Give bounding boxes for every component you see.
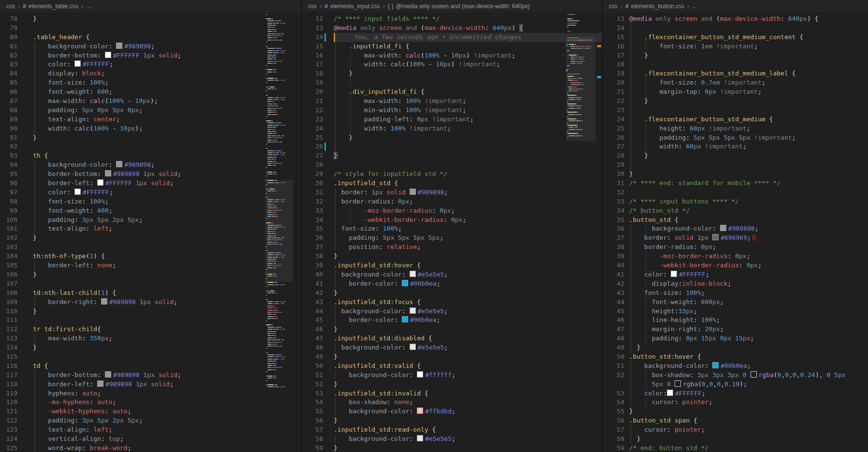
line-number[interactable]: 20 <box>603 78 624 87</box>
line-number[interactable]: 121 <box>0 407 17 416</box>
color-swatch[interactable] <box>720 225 726 231</box>
code-line[interactable]: 29 <box>603 160 868 170</box>
breadcrumb[interactable]: css›#elements_input.css›{ }@media only s… <box>302 0 603 12</box>
line-number[interactable]: 56 <box>603 416 624 425</box>
code-line[interactable]: 119 hyphens: auto; <box>0 389 301 398</box>
line-number[interactable]: 22 <box>603 97 624 106</box>
code-line[interactable]: 49} <box>302 352 603 362</box>
code-line[interactable]: 115 <box>0 352 301 362</box>
minimap[interactable] <box>566 14 595 144</box>
code-line[interactable]: 36 padding: 5px 5px 5px 5px; <box>302 233 603 243</box>
code-line[interactable]: 117 border-bottom: #989898 1px solid; <box>0 371 301 380</box>
color-swatch[interactable] <box>402 316 408 322</box>
code-line[interactable]: 56.button_std span { <box>603 416 868 425</box>
line-number[interactable]: 30 <box>603 170 624 179</box>
code-line[interactable]: 25 } <box>302 133 603 143</box>
line-number[interactable]: 117 <box>0 371 17 380</box>
line-number[interactable]: 38 <box>603 243 624 252</box>
line-number[interactable]: 13 <box>603 15 624 24</box>
line-number[interactable]: 36 <box>603 224 624 233</box>
line-number[interactable]: 53 <box>302 389 323 398</box>
code-line[interactable]: 84 display: block; <box>0 69 301 78</box>
color-swatch[interactable] <box>116 43 122 49</box>
code-line[interactable]: 20 font-size: 0.7em !important; <box>603 78 868 87</box>
line-number[interactable]: 18 <box>603 60 624 69</box>
breadcrumb-item[interactable]: ... <box>692 3 697 10</box>
line-number[interactable]: 31 <box>302 188 323 197</box>
code-line[interactable]: 101 text-align: left; <box>0 224 301 233</box>
code-line[interactable]: 18 } <box>302 69 603 78</box>
code-line[interactable]: 14 <box>603 24 868 33</box>
color-swatch[interactable] <box>402 280 408 286</box>
code-line[interactable]: 125 word-wrap: break-word; <box>0 444 301 452</box>
line-number[interactable]: 59 <box>302 444 323 452</box>
code-line[interactable]: 53 color:#FFFFFF; <box>603 389 868 398</box>
code-line[interactable]: 118 border-left: #989898 1px solid; <box>0 380 301 389</box>
code-line[interactable]: 123 text-align: left; <box>0 425 301 435</box>
code-line[interactable]: 13@media only screen and (max-device-wid… <box>302 24 603 33</box>
code-line[interactable]: 59} <box>302 444 603 452</box>
line-number[interactable]: 90 <box>0 124 17 133</box>
line-number[interactable]: 80 <box>0 33 17 42</box>
line-number[interactable]: 115 <box>0 352 17 362</box>
code-line[interactable]: 114} <box>0 343 301 352</box>
code-line[interactable]: 26 padding: 5px 5px 5px 5px !important; <box>603 133 868 143</box>
line-number[interactable]: 46 <box>302 325 323 334</box>
code-line[interactable]: 24 width: 100% !important; <box>302 124 603 133</box>
code-line[interactable]: 89 text-align: center; <box>0 115 301 124</box>
code-line[interactable]: 109 border-right: #989898 1px solid; <box>0 298 301 307</box>
code-line[interactable]: 102} <box>0 233 301 243</box>
code-line[interactable]: 105 border-left: none; <box>0 261 301 270</box>
color-swatch[interactable] <box>417 408 423 414</box>
code-line[interactable]: 106} <box>0 270 301 279</box>
line-number[interactable]: 26 <box>603 133 624 143</box>
line-number[interactable]: 119 <box>0 389 17 398</box>
line-number[interactable]: 81 <box>0 42 17 51</box>
code-line[interactable]: 28 } <box>603 151 868 160</box>
code-line[interactable]: 83 color: #FFFFFF; <box>0 60 301 69</box>
line-number[interactable]: 26 <box>302 142 323 151</box>
code-line[interactable]: 46 line-height: 100%; <box>603 316 868 325</box>
line-number[interactable]: 123 <box>0 425 17 435</box>
code-line[interactable]: 48 background-color: #e5e5e5; <box>302 343 603 352</box>
color-swatch[interactable] <box>750 371 757 378</box>
color-swatch[interactable] <box>410 189 416 195</box>
line-number[interactable]: 13 <box>302 24 323 33</box>
code-line[interactable]: 86 font-weight: 600; <box>0 87 301 97</box>
code-line[interactable]: 23 padding-left: 0px !important; <box>302 115 603 124</box>
line-number[interactable]: 49 <box>302 352 323 362</box>
code-line[interactable]: 54 box-shadow: none; <box>302 398 603 407</box>
color-swatch[interactable] <box>74 60 81 67</box>
code-line[interactable]: 50.inputfield_std:valid { <box>302 362 603 371</box>
breadcrumb[interactable]: css›#elements_button.css›... <box>603 0 868 12</box>
line-number[interactable]: 48 <box>603 334 624 343</box>
breadcrumb[interactable]: css›#elements_table.css›... <box>0 0 301 12</box>
line-number[interactable]: 41 <box>302 279 323 289</box>
line-number[interactable]: 106 <box>0 270 17 279</box>
line-number[interactable]: 105 <box>0 261 17 270</box>
code-line[interactable]: 13@media only screen and (max-device-wid… <box>603 15 868 24</box>
color-swatch[interactable] <box>105 170 111 176</box>
code-line[interactable]: 17 } <box>603 51 868 60</box>
line-number[interactable]: 19 <box>302 78 323 87</box>
code-line[interactable]: 43.inputfield_std:focus { <box>302 298 603 307</box>
code-line[interactable]: 37 border: solid 1px #696969; <box>603 233 868 243</box>
line-number[interactable]: 34 <box>302 216 323 225</box>
code-line[interactable]: 34 -webkit-border-radius: 0px; <box>302 216 603 225</box>
line-number[interactable]: 51 <box>302 371 323 380</box>
line-number[interactable]: 25 <box>603 124 624 133</box>
code-line[interactable]: 36 background-color: #989898; <box>603 224 868 233</box>
code-line[interactable]: 81 background-color: #989898; <box>0 42 301 51</box>
color-swatch[interactable] <box>712 234 719 240</box>
line-number[interactable]: 19 <box>603 69 624 78</box>
line-number[interactable]: 41 <box>603 270 624 279</box>
code-line[interactable]: 58 } <box>603 435 868 444</box>
line-number[interactable]: 52 <box>603 371 624 380</box>
code-line[interactable]: 37 position: relative; <box>302 243 603 252</box>
line-number[interactable]: 49 <box>603 343 624 352</box>
code-line[interactable]: 107 <box>0 279 301 289</box>
line-number[interactable]: 109 <box>0 298 17 307</box>
line-number[interactable]: 47 <box>302 334 323 343</box>
line-number[interactable]: 43 <box>603 289 624 298</box>
color-swatch[interactable] <box>74 189 81 195</box>
